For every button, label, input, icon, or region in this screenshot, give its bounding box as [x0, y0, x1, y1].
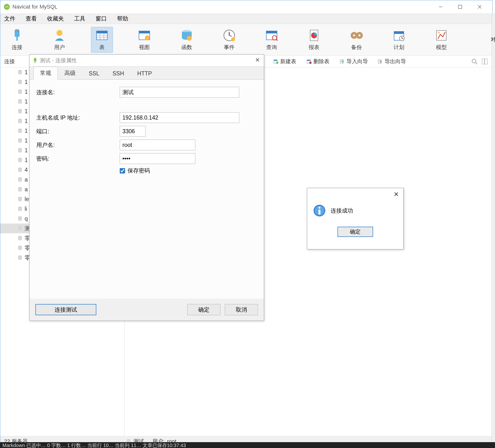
maximize-button[interactable]: [450, 2, 470, 12]
tool-label: 连接: [12, 44, 22, 51]
tab-ssh[interactable]: SSH: [106, 68, 130, 79]
svg-line-49: [476, 62, 477, 64]
tab-advanced[interactable]: 高级: [58, 67, 82, 79]
tool-label: 报表: [309, 44, 319, 51]
tool-backup[interactable]: 备份: [345, 29, 368, 51]
pass-label: 密码:: [36, 155, 120, 162]
layout-icon[interactable]: [481, 58, 488, 65]
tab-http[interactable]: HTTP: [131, 68, 159, 79]
tool-label: 视图: [139, 44, 150, 51]
pass-input[interactable]: [120, 153, 195, 164]
dialog-close-button[interactable]: ✕: [254, 57, 261, 64]
test-connection-button[interactable]: 连接测试: [35, 304, 96, 315]
tool-view[interactable]: 视图: [133, 29, 155, 51]
msgbox-titlebar: ✕: [307, 188, 403, 200]
right-edge-panel[interactable]: 对: [492, 14, 495, 445]
svg-rect-2: [458, 5, 462, 9]
tool-plan[interactable]: 计划: [388, 29, 410, 51]
database-icon: [17, 235, 23, 241]
save-password-checkbox[interactable]: [120, 168, 125, 173]
titlebar: Navicat for MySQL: [0, 0, 492, 14]
svg-point-48: [472, 59, 476, 63]
table-icon: [95, 29, 109, 42]
dialog-buttons: 连接测试 确定 取消: [29, 299, 264, 321]
app-title: Navicat for MySQL: [13, 4, 431, 10]
tool-label: 用户: [54, 44, 65, 51]
function-icon: [180, 29, 194, 42]
model-icon: [435, 29, 448, 42]
database-icon: [17, 99, 23, 104]
msgbox-close-button[interactable]: ✕: [393, 190, 400, 198]
menu-help[interactable]: 帮助: [117, 15, 128, 22]
connection-properties-dialog: 测试 - 连接属性 ✕ 常规 高级 SSL SSH HTTP 连接名: 主机名或…: [29, 54, 264, 321]
menu-tools[interactable]: 工具: [74, 15, 85, 22]
host-input[interactable]: [120, 112, 239, 123]
database-icon: [17, 138, 23, 143]
svg-rect-16: [139, 31, 150, 33]
tool-query[interactable]: 查询: [261, 29, 283, 51]
user-icon: [53, 29, 66, 42]
cancel-button[interactable]: 取消: [225, 304, 258, 315]
database-icon: [17, 167, 23, 173]
tool-report[interactable]: 报表: [303, 29, 325, 51]
sub-label: 新建表: [280, 58, 296, 65]
dialog-titlebar: 测试 - 连接属性 ✕: [29, 55, 264, 66]
menu-favorites[interactable]: 收藏夹: [47, 15, 64, 22]
database-icon: [17, 70, 23, 75]
sub-import-wizard[interactable]: 导入向导: [340, 58, 368, 65]
search-icon[interactable]: [471, 58, 478, 65]
tab-ssl[interactable]: SSL: [82, 68, 106, 79]
svg-rect-41: [274, 60, 277, 61]
ok-button[interactable]: 确定: [187, 304, 220, 315]
info-icon: [313, 204, 326, 217]
svg-point-31: [353, 34, 355, 36]
database-icon: [17, 128, 23, 133]
tool-label: 表: [99, 44, 105, 51]
tool-function[interactable]: 函数: [176, 29, 198, 51]
msgbox-ok-button[interactable]: 确定: [337, 227, 373, 237]
host-label: 主机名或 IP 地址:: [36, 114, 120, 121]
svg-point-45: [309, 61, 312, 64]
tool-connect[interactable]: 连接: [6, 29, 28, 51]
tool-label: 备份: [351, 44, 362, 51]
sub-new-table[interactable]: 新建表: [273, 58, 296, 65]
tool-user[interactable]: 用户: [49, 29, 70, 51]
svg-point-42: [276, 61, 278, 64]
menu-window[interactable]: 窗口: [96, 15, 107, 22]
sub-label: 导入向导: [346, 58, 368, 65]
svg-line-27: [276, 39, 277, 41]
close-button[interactable]: [470, 2, 489, 12]
user-input[interactable]: [120, 140, 195, 150]
dialog-title: 测试 - 连接属性: [40, 57, 254, 64]
menu-view[interactable]: 查看: [26, 15, 37, 22]
tool-label: 计划: [394, 44, 404, 51]
database-icon: [17, 206, 23, 212]
table-plus-icon: [273, 59, 279, 64]
tab-general[interactable]: 常规: [33, 67, 58, 80]
conn-name-input[interactable]: [120, 87, 239, 98]
tool-table[interactable]: 表: [91, 27, 113, 53]
tool-model[interactable]: 模型: [430, 29, 452, 51]
sub-delete-table[interactable]: 删除表: [306, 58, 330, 65]
database-icon: [17, 157, 23, 163]
svg-rect-50: [482, 59, 484, 64]
menu-file[interactable]: 文件: [4, 15, 15, 22]
sub-label: 导出向导: [385, 58, 406, 65]
minimize-button[interactable]: [431, 2, 450, 12]
database-icon: [17, 187, 23, 192]
query-icon: [265, 29, 278, 42]
tool-label: 模型: [436, 44, 447, 51]
database-icon: [17, 109, 23, 114]
tool-event[interactable]: 事件: [218, 29, 240, 51]
app-icon: [3, 3, 11, 11]
database-icon: [17, 148, 23, 153]
sub-export-wizard[interactable]: 导出向导: [378, 58, 406, 65]
report-icon: [307, 29, 321, 42]
svg-rect-10: [96, 31, 107, 33]
port-input[interactable]: [120, 126, 146, 137]
svg-point-8: [56, 30, 62, 36]
window-controls: [431, 2, 489, 12]
user-label: 用户名:: [36, 141, 120, 149]
save-password-label: 保存密码: [127, 167, 150, 174]
msgbox-buttons: 确定: [307, 221, 403, 237]
